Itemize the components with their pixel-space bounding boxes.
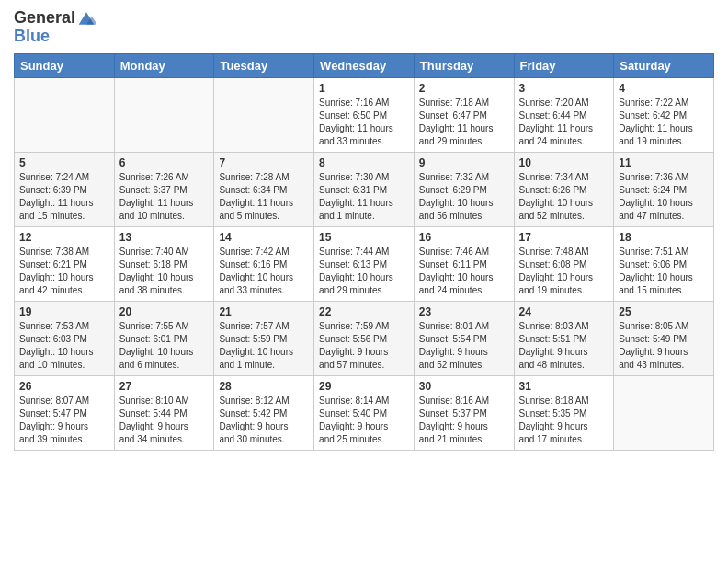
day-number: 23 [419, 305, 509, 318]
day-number: 4 [619, 82, 709, 95]
calendar-cell [114, 78, 214, 153]
calendar-week-row: 12Sunrise: 7:38 AM Sunset: 6:21 PM Dayli… [15, 227, 714, 302]
day-info: Sunrise: 8:05 AM Sunset: 5:49 PM Dayligh… [619, 320, 709, 372]
weekday-header-thursday: Thursday [414, 54, 514, 78]
day-info: Sunrise: 7:34 AM Sunset: 6:26 PM Dayligh… [519, 171, 609, 223]
day-info: Sunrise: 8:16 AM Sunset: 5:37 PM Dayligh… [419, 395, 509, 446]
calendar-week-row: 19Sunrise: 7:53 AM Sunset: 6:03 PM Dayli… [15, 302, 714, 376]
day-number: 29 [319, 380, 409, 393]
calendar-cell: 27Sunrise: 8:10 AM Sunset: 5:44 PM Dayli… [114, 376, 214, 451]
logo-text-block: General Blue [14, 9, 96, 46]
day-info: Sunrise: 7:59 AM Sunset: 5:56 PM Dayligh… [319, 320, 409, 372]
day-number: 21 [219, 305, 309, 318]
day-info: Sunrise: 7:16 AM Sunset: 6:50 PM Dayligh… [319, 97, 409, 148]
calendar-cell [614, 376, 714, 451]
day-info: Sunrise: 7:46 AM Sunset: 6:11 PM Dayligh… [419, 246, 509, 297]
calendar-cell: 26Sunrise: 8:07 AM Sunset: 5:47 PM Dayli… [15, 376, 115, 451]
calendar-cell: 6Sunrise: 7:26 AM Sunset: 6:37 PM Daylig… [114, 153, 214, 227]
day-number: 19 [19, 305, 109, 318]
calendar-cell: 17Sunrise: 7:48 AM Sunset: 6:08 PM Dayli… [514, 227, 614, 302]
day-info: Sunrise: 8:03 AM Sunset: 5:51 PM Dayligh… [519, 320, 609, 372]
calendar-cell: 30Sunrise: 8:16 AM Sunset: 5:37 PM Dayli… [414, 376, 514, 451]
logo: General Blue [14, 9, 96, 46]
day-info: Sunrise: 7:28 AM Sunset: 6:34 PM Dayligh… [219, 171, 309, 223]
day-number: 13 [119, 231, 210, 244]
day-info: Sunrise: 7:18 AM Sunset: 6:47 PM Dayligh… [419, 97, 509, 148]
day-number: 24 [519, 305, 609, 318]
day-number: 17 [519, 231, 609, 244]
calendar-cell: 25Sunrise: 8:05 AM Sunset: 5:49 PM Dayli… [614, 302, 714, 376]
weekday-header-friday: Friday [514, 54, 614, 78]
day-info: Sunrise: 7:48 AM Sunset: 6:08 PM Dayligh… [519, 246, 609, 297]
logo-blue: Blue [14, 28, 96, 46]
weekday-header-wednesday: Wednesday [314, 54, 415, 78]
day-info: Sunrise: 7:53 AM Sunset: 6:03 PM Dayligh… [19, 320, 109, 372]
day-number: 2 [419, 82, 509, 95]
day-number: 26 [19, 380, 109, 393]
weekday-header-row: SundayMondayTuesdayWednesdayThursdayFrid… [15, 54, 714, 78]
calendar-cell: 9Sunrise: 7:32 AM Sunset: 6:29 PM Daylig… [414, 153, 514, 227]
calendar-week-row: 5Sunrise: 7:24 AM Sunset: 6:39 PM Daylig… [15, 153, 714, 227]
calendar-cell: 31Sunrise: 8:18 AM Sunset: 5:35 PM Dayli… [514, 376, 614, 451]
weekday-header-monday: Monday [114, 54, 214, 78]
day-number: 8 [319, 156, 409, 169]
day-info: Sunrise: 7:22 AM Sunset: 6:42 PM Dayligh… [619, 97, 709, 148]
weekday-header-saturday: Saturday [614, 54, 714, 78]
day-number: 16 [419, 231, 509, 244]
day-number: 30 [419, 380, 509, 393]
day-info: Sunrise: 7:36 AM Sunset: 6:24 PM Dayligh… [619, 171, 709, 223]
calendar-cell: 23Sunrise: 8:01 AM Sunset: 5:54 PM Dayli… [414, 302, 514, 376]
day-info: Sunrise: 7:51 AM Sunset: 6:06 PM Dayligh… [619, 246, 709, 297]
header: General Blue [14, 9, 714, 46]
calendar-cell: 29Sunrise: 8:14 AM Sunset: 5:40 PM Dayli… [314, 376, 415, 451]
calendar-cell: 21Sunrise: 7:57 AM Sunset: 5:59 PM Dayli… [214, 302, 314, 376]
day-info: Sunrise: 7:57 AM Sunset: 5:59 PM Dayligh… [219, 320, 309, 372]
day-info: Sunrise: 8:12 AM Sunset: 5:42 PM Dayligh… [219, 395, 309, 446]
day-number: 28 [219, 380, 309, 393]
day-info: Sunrise: 8:07 AM Sunset: 5:47 PM Dayligh… [19, 395, 109, 446]
calendar-cell: 28Sunrise: 8:12 AM Sunset: 5:42 PM Dayli… [214, 376, 314, 451]
calendar-cell: 10Sunrise: 7:34 AM Sunset: 6:26 PM Dayli… [514, 153, 614, 227]
day-number: 15 [319, 231, 409, 244]
logo-wrapper: General Blue [14, 9, 96, 46]
day-info: Sunrise: 8:01 AM Sunset: 5:54 PM Dayligh… [419, 320, 509, 372]
day-info: Sunrise: 7:32 AM Sunset: 6:29 PM Dayligh… [419, 171, 509, 223]
calendar-cell: 19Sunrise: 7:53 AM Sunset: 6:03 PM Dayli… [15, 302, 115, 376]
calendar-cell: 7Sunrise: 7:28 AM Sunset: 6:34 PM Daylig… [214, 153, 314, 227]
calendar-cell: 16Sunrise: 7:46 AM Sunset: 6:11 PM Dayli… [414, 227, 514, 302]
day-info: Sunrise: 7:30 AM Sunset: 6:31 PM Dayligh… [319, 171, 409, 223]
day-number: 12 [19, 231, 109, 244]
day-number: 9 [419, 156, 509, 169]
day-info: Sunrise: 8:14 AM Sunset: 5:40 PM Dayligh… [319, 395, 409, 446]
weekday-header-sunday: Sunday [15, 54, 115, 78]
day-number: 1 [319, 82, 409, 95]
calendar-cell: 8Sunrise: 7:30 AM Sunset: 6:31 PM Daylig… [314, 153, 415, 227]
day-info: Sunrise: 7:24 AM Sunset: 6:39 PM Dayligh… [19, 171, 109, 223]
calendar-cell: 13Sunrise: 7:40 AM Sunset: 6:18 PM Dayli… [114, 227, 214, 302]
calendar-cell: 14Sunrise: 7:42 AM Sunset: 6:16 PM Dayli… [214, 227, 314, 302]
calendar-cell: 22Sunrise: 7:59 AM Sunset: 5:56 PM Dayli… [314, 302, 415, 376]
calendar-cell [214, 78, 314, 153]
day-number: 18 [619, 231, 709, 244]
day-number: 11 [619, 156, 709, 169]
calendar-table: SundayMondayTuesdayWednesdayThursdayFrid… [14, 53, 714, 451]
day-info: Sunrise: 7:55 AM Sunset: 6:01 PM Dayligh… [119, 320, 210, 372]
calendar-cell: 3Sunrise: 7:20 AM Sunset: 6:44 PM Daylig… [514, 78, 614, 153]
day-info: Sunrise: 7:40 AM Sunset: 6:18 PM Dayligh… [119, 246, 210, 297]
day-number: 27 [119, 380, 210, 393]
day-number: 25 [619, 305, 709, 318]
day-number: 22 [319, 305, 409, 318]
day-number: 5 [19, 156, 109, 169]
calendar-cell: 20Sunrise: 7:55 AM Sunset: 6:01 PM Dayli… [114, 302, 214, 376]
calendar-week-row: 26Sunrise: 8:07 AM Sunset: 5:47 PM Dayli… [15, 376, 714, 451]
day-info: Sunrise: 7:26 AM Sunset: 6:37 PM Dayligh… [119, 171, 210, 223]
day-number: 3 [519, 82, 609, 95]
day-number: 7 [219, 156, 309, 169]
calendar-cell: 11Sunrise: 7:36 AM Sunset: 6:24 PM Dayli… [614, 153, 714, 227]
day-info: Sunrise: 7:42 AM Sunset: 6:16 PM Dayligh… [219, 246, 309, 297]
calendar-cell: 4Sunrise: 7:22 AM Sunset: 6:42 PM Daylig… [614, 78, 714, 153]
page-container: General Blue SundayMondayTuesdayWednesda… [0, 0, 728, 563]
day-number: 6 [119, 156, 210, 169]
day-number: 20 [119, 305, 210, 318]
calendar-cell: 12Sunrise: 7:38 AM Sunset: 6:21 PM Dayli… [15, 227, 115, 302]
